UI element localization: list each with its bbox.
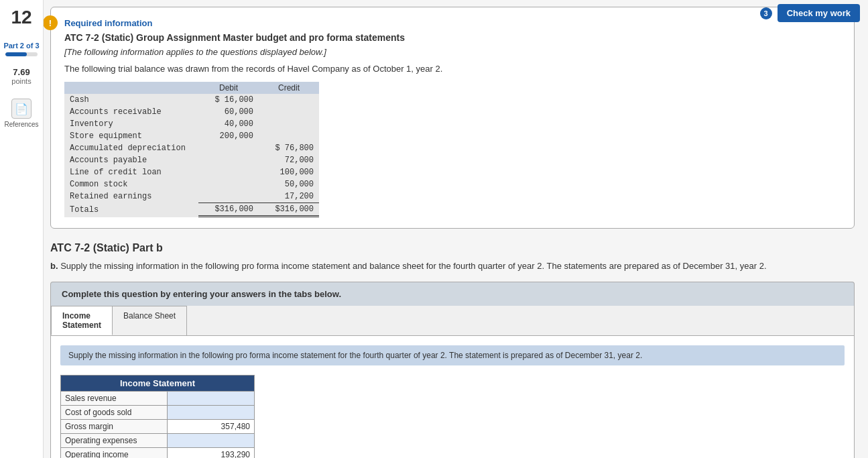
income-stmt-row: Gross margin357,480 bbox=[61, 420, 255, 434]
income-stmt-label: Gross margin bbox=[61, 420, 168, 434]
income-stmt-input[interactable] bbox=[168, 392, 254, 405]
complete-banner: Complete this question by entering your … bbox=[50, 282, 855, 306]
income-stmt-label: Cost of goods sold bbox=[61, 406, 168, 420]
tab-content-income: Supply the missing information in the fo… bbox=[51, 336, 854, 458]
tabs-area: IncomeStatement Balance Sheet Supply the… bbox=[50, 306, 855, 458]
progress-bar bbox=[5, 52, 38, 56]
instruction-text: Supply the missing information in the fo… bbox=[60, 261, 766, 271]
references-label: References bbox=[4, 121, 38, 128]
income-stmt-row: Sales revenue bbox=[61, 392, 255, 406]
tab-info-banner: Supply the missing information in the fo… bbox=[60, 345, 845, 365]
income-statement-table: Income StatementSales revenueCost of goo… bbox=[60, 375, 255, 458]
income-stmt-label: Sales revenue bbox=[61, 392, 168, 406]
references-icon: 📄 bbox=[11, 99, 32, 119]
income-stmt-label: Operating expenses bbox=[61, 434, 168, 448]
income-stmt-row: Cost of goods sold bbox=[61, 406, 255, 420]
instruction-bold: b. bbox=[50, 261, 58, 271]
badge-count: 3 bbox=[760, 7, 772, 19]
part-b-instruction: b. Supply the missing information in the… bbox=[50, 261, 855, 271]
page-number: 12 bbox=[11, 7, 32, 28]
progress-fill bbox=[5, 52, 27, 56]
points-value: 7.69 bbox=[13, 67, 29, 77]
income-stmt-input[interactable] bbox=[168, 434, 254, 447]
complete-banner-text: Complete this question by entering your … bbox=[62, 289, 341, 299]
required-info-box: ! Required information ATC 7-2 (Static) … bbox=[50, 7, 855, 229]
part-label: Part 2 of 3 bbox=[3, 42, 39, 50]
req-title: ATC 7-2 (Static) Group Assignment Master… bbox=[64, 32, 841, 43]
required-label: Required information bbox=[64, 18, 841, 28]
tab-income-statement[interactable]: IncomeStatement bbox=[51, 306, 113, 335]
part-b-title: ATC 7-2 (Static) Part b bbox=[50, 242, 855, 254]
tab-balance-sheet[interactable]: Balance Sheet bbox=[112, 306, 187, 335]
top-bar: 3 Check my work bbox=[752, 0, 868, 26]
points-label: points bbox=[11, 77, 31, 85]
req-description: The following trial balance was drawn fr… bbox=[64, 64, 841, 74]
check-my-work-button[interactable]: Check my work bbox=[778, 4, 860, 22]
references-button[interactable]: 📄 References bbox=[4, 99, 38, 128]
income-stmt-row: Operating income193,290 bbox=[61, 448, 255, 459]
info-icon: ! bbox=[44, 15, 58, 30]
tabs-row: IncomeStatement Balance Sheet bbox=[51, 306, 854, 336]
trial-balance-table: DebitCreditCash$ 16,000Accounts receivab… bbox=[64, 82, 319, 217]
income-stmt-row: Operating expenses bbox=[61, 434, 255, 448]
income-stmt-input[interactable] bbox=[168, 406, 254, 419]
main-content: ! Required information ATC 7-2 (Static) … bbox=[44, 0, 868, 458]
income-stmt-label: Operating income bbox=[61, 448, 168, 459]
sidebar: 12 Part 2 of 3 7.69 points 📄 References bbox=[0, 0, 44, 458]
req-italic: [The following information applies to th… bbox=[64, 47, 841, 57]
